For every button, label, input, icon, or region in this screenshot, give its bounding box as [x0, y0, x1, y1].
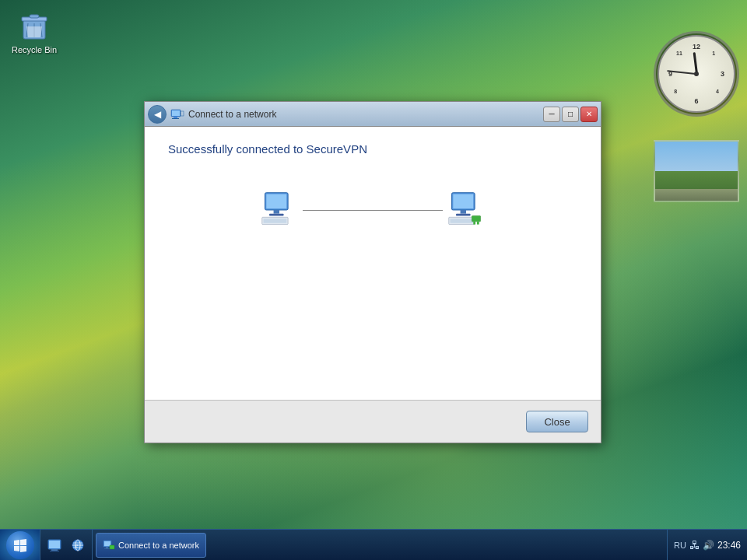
svg-rect-41	[104, 548, 110, 549]
connection-visual	[168, 187, 577, 233]
clock-4: 4	[716, 89, 719, 94]
taskbar-items: Connect to a network	[93, 533, 667, 558]
clock-hour-hand	[693, 52, 697, 74]
dialog-window-controls: ─ □ ✕	[543, 107, 598, 122]
svg-rect-31	[50, 551, 59, 551]
svg-text:e: e	[75, 542, 79, 549]
recycle-bin-image	[16, 6, 53, 44]
recycle-bin-label: Recycle Bin	[12, 45, 57, 54]
svg-rect-29	[49, 541, 60, 548]
clock-face: 12 3 6 9 1 11 4 8	[658, 35, 735, 113]
clock-widget: 12 3 6 9 1 11 4 8	[654, 31, 739, 117]
dialog-back-button[interactable]: ◀	[148, 105, 167, 124]
taskbar-quicklaunch: e	[40, 530, 93, 560]
photo-grass	[655, 171, 738, 189]
clock-8: 8	[674, 89, 677, 94]
svg-rect-8	[174, 117, 177, 118]
svg-rect-13	[266, 194, 286, 209]
connect-network-label: Connect to a network	[118, 541, 199, 550]
clock-center	[694, 72, 699, 76]
svg-rect-14	[274, 210, 279, 214]
clock-11: 11	[676, 51, 682, 56]
dialog-minimize-button[interactable]: ─	[543, 107, 560, 122]
svg-rect-19	[453, 194, 473, 209]
dialog-close-button[interactable]: ✕	[580, 107, 598, 122]
start-orb	[6, 531, 34, 559]
svg-rect-23	[451, 219, 474, 223]
taskbar: e Connect to a network RU 🖧 🔊 23:46	[0, 529, 747, 560]
svg-rect-30	[51, 549, 58, 551]
ie-button[interactable]: e	[67, 534, 89, 556]
svg-rect-40	[106, 547, 108, 548]
dialog-icon	[170, 107, 185, 122]
svg-rect-9	[172, 118, 179, 119]
volume-tray-icon[interactable]: 🔊	[703, 540, 714, 551]
start-button[interactable]	[0, 530, 40, 561]
dialog-footer: Close	[145, 400, 601, 443]
network-tray-icon: 🖧	[689, 539, 700, 551]
svg-rect-15	[269, 214, 284, 216]
photo-widget	[654, 140, 739, 202]
clock-6: 6	[694, 97, 698, 105]
dialog-titlebar: ◀ Connect to a network ─ □ ✕	[145, 102, 601, 127]
recycle-bin-icon[interactable]: Recycle Bin	[6, 6, 62, 54]
connection-line	[303, 210, 443, 211]
svg-rect-39	[104, 541, 110, 546]
svg-rect-10	[181, 111, 184, 116]
close-button[interactable]: Close	[526, 411, 588, 432]
connect-network-taskbar-item[interactable]: Connect to a network	[96, 533, 206, 558]
svg-rect-17	[264, 219, 287, 223]
clock-12: 12	[693, 43, 700, 51]
clock-3: 3	[721, 70, 724, 78]
local-computer-icon	[256, 187, 303, 233]
network-computer-icon	[443, 187, 489, 233]
svg-rect-20	[461, 210, 466, 214]
dialog-maximize-button[interactable]: □	[562, 107, 579, 122]
success-message: Successfully connected to SecureVPN	[168, 142, 577, 156]
dialog-title: Connect to a network	[188, 109, 543, 120]
taskbar-clock[interactable]: 23:46	[717, 540, 741, 551]
clock-1: 1	[712, 51, 715, 56]
svg-rect-7	[172, 110, 180, 116]
system-tray: RU 🖧 🔊 23:46	[667, 530, 747, 560]
dialog-content: Successfully connected to SecureVPN	[145, 127, 601, 400]
svg-rect-42	[110, 545, 114, 549]
photo-ground	[655, 189, 738, 201]
svg-rect-21	[456, 214, 471, 216]
svg-rect-25	[473, 222, 475, 225]
language-indicator[interactable]: RU	[674, 541, 686, 550]
svg-rect-24	[472, 215, 480, 221]
show-desktop-button[interactable]	[44, 534, 65, 556]
connect-network-dialog: ◀ Connect to a network ─ □ ✕ Successfull…	[144, 101, 601, 443]
tray-icons: 🖧 🔊	[689, 539, 714, 551]
svg-rect-26	[477, 222, 479, 225]
photo-sky	[655, 142, 738, 171]
svg-rect-2	[30, 15, 39, 18]
